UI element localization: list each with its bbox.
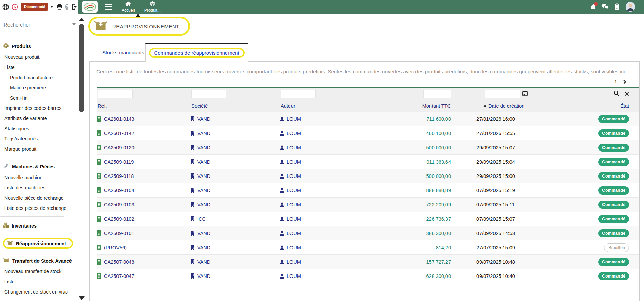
column-header-ref[interactable]: Réf.	[97, 103, 190, 109]
author-link[interactable]: LOUM	[287, 145, 301, 150]
table-row[interactable]: CA2507-0048 VAND LOUM	[97, 254, 639, 269]
brand-logo[interactable]	[82, 1, 98, 13]
hamburger-menu-icon[interactable]	[105, 4, 112, 10]
author-link[interactable]: LOUM	[287, 273, 301, 279]
sidebar-section-reappro[interactable]: Réapprovisionnement	[0, 238, 77, 249]
search-dropdown-caret-icon[interactable]	[72, 23, 76, 26]
company-link[interactable]: VAND	[197, 159, 210, 165]
order-ref-link[interactable]: (PROV56)	[104, 245, 127, 250]
company-link[interactable]: VAND	[197, 145, 210, 150]
table-row[interactable]: CA2507-0047 VAND LOUM	[97, 269, 639, 283]
table-row[interactable]: CA2509-0104 VAND LOUM	[97, 183, 639, 197]
sidebar-item[interactable]: Tags/catégories	[0, 134, 77, 144]
sidebar-item[interactable]: Liste	[0, 62, 77, 72]
tab-stocks-manquants[interactable]: Stocks manquants	[93, 44, 153, 62]
sidebar-item[interactable]: Attributs de variante	[0, 113, 77, 123]
company-link[interactable]: VAND	[197, 245, 210, 250]
sidebar-item[interactable]: Liste des machines	[0, 183, 77, 193]
sidebar-item[interactable]: Nouveau produit	[0, 52, 77, 62]
sidebar-item[interactable]: Liste	[0, 277, 77, 287]
sidebar-item[interactable]: Nouveau transfert de stock	[0, 266, 77, 277]
company-link[interactable]: VAND	[197, 131, 210, 136]
order-ref-link[interactable]: CA2507-0047	[104, 273, 135, 279]
sidebar-section-inventaires[interactable]: Inventaires	[0, 220, 77, 232]
author-link[interactable]: LOUM	[287, 131, 301, 136]
sidebar-section-transfert[interactable]: Transfert de Stock Avancé	[0, 255, 77, 266]
column-header-status[interactable]: État	[532, 103, 639, 109]
author-link[interactable]: LOUM	[287, 188, 301, 193]
globe-icon[interactable]	[2, 3, 9, 10]
filter-ref-input[interactable]	[98, 90, 133, 98]
order-ref-link[interactable]: CA2509-0104	[104, 188, 135, 193]
table-row[interactable]: CA2601-0143 VAND LOUM	[97, 112, 639, 126]
order-ref-link[interactable]: CA2509-0102	[104, 216, 135, 222]
author-link[interactable]: LOUM	[287, 173, 301, 179]
author-link[interactable]: LOUM	[287, 116, 301, 122]
chevron-down-icon[interactable]	[50, 6, 53, 8]
filter-author-input[interactable]	[281, 90, 316, 98]
sidebar-item[interactable]: Liste des pièces de rechange	[0, 203, 77, 213]
sidebar-item[interactable]: Marque produit	[0, 144, 77, 154]
sidebar-item[interactable]: Matière première	[0, 83, 77, 93]
connection-status-badge[interactable]: Déconnecté	[21, 3, 48, 11]
notifications-bell-icon[interactable]	[590, 3, 597, 10]
author-link[interactable]: LOUM	[287, 159, 301, 165]
page-number[interactable]: 1	[614, 79, 617, 84]
sidebar-section-produits[interactable]: Produits	[0, 40, 77, 52]
clear-filters-icon[interactable]	[625, 91, 629, 97]
table-row[interactable]: CA2509-0120 VAND LOUM	[97, 140, 639, 154]
table-row[interactable]: CA2509-0103 VAND LOUM	[97, 197, 639, 212]
table-row[interactable]: (PROV56) VAND LOUM	[97, 240, 639, 254]
table-row[interactable]: CA2509-0102 ICC LOUM	[97, 212, 639, 226]
company-link[interactable]: VAND	[197, 231, 210, 236]
filter-amount-input[interactable]	[423, 90, 451, 98]
order-ref-link[interactable]: CA2507-0048	[104, 259, 135, 265]
next-page-icon[interactable]	[622, 80, 626, 84]
whatsapp-icon[interactable]	[12, 3, 18, 10]
logout-icon[interactable]	[71, 3, 78, 10]
clipboard-icon[interactable]	[614, 3, 621, 10]
author-link[interactable]: LOUM	[287, 231, 301, 236]
author-link[interactable]: LOUM	[287, 216, 301, 222]
scroll-up-arrow-icon[interactable]	[79, 18, 85, 21]
sidebar-section-machines[interactable]: Machines & Piéces	[0, 161, 77, 172]
company-link[interactable]: VAND	[197, 259, 210, 265]
sidebar-item[interactable]: Changement de stock en vrac	[0, 287, 77, 297]
author-link[interactable]: LOUM	[287, 202, 301, 207]
printer-icon[interactable]	[56, 3, 63, 10]
search-icon[interactable]	[614, 90, 619, 98]
nav-item-accueil[interactable]: Accueil	[122, 0, 135, 14]
sidebar-item[interactable]: Produit manufacturé	[0, 72, 77, 83]
sidebar-item[interactable]: Semi-fini	[0, 93, 77, 103]
help-icon[interactable]: ?	[65, 4, 68, 10]
column-header-date[interactable]: Date de création	[452, 103, 532, 109]
table-row[interactable]: CA2601-0142 VAND LOUM	[97, 126, 639, 140]
company-link[interactable]: VAND	[197, 188, 210, 193]
scrollbar-thumb[interactable]	[79, 24, 84, 112]
sidebar-item[interactable]: Statistiques	[0, 123, 77, 134]
sidebar-item[interactable]: Nouvelle machine	[0, 172, 77, 183]
company-link[interactable]: ICC	[197, 216, 206, 222]
column-header-company[interactable]: Société	[190, 103, 280, 109]
sidebar-search[interactable]	[3, 19, 74, 30]
column-header-author[interactable]: Auteur	[280, 103, 368, 109]
company-link[interactable]: VAND	[197, 173, 210, 179]
company-link[interactable]: VAND	[197, 116, 210, 122]
table-row[interactable]: CA2509-0118 VAND LOUM	[97, 169, 639, 183]
scroll-down-arrow-icon[interactable]	[79, 296, 85, 300]
search-input[interactable]	[3, 21, 72, 28]
company-link[interactable]: VAND	[197, 202, 210, 207]
order-ref-link[interactable]: CA2509-0120	[104, 145, 135, 150]
filter-company-input[interactable]	[191, 90, 226, 98]
user-avatar[interactable]	[626, 2, 635, 12]
calendar-icon[interactable]	[522, 91, 528, 97]
sidebar-item[interactable]: Imprimer des codes-barres	[0, 103, 77, 113]
filter-date-input[interactable]	[485, 90, 520, 98]
order-ref-link[interactable]: CA2509-0119	[104, 159, 134, 165]
table-row[interactable]: CA2509-0101 VAND LOUM	[97, 226, 639, 240]
order-ref-link[interactable]: CA2601-0142	[104, 131, 135, 136]
company-link[interactable]: VAND	[197, 273, 210, 279]
column-header-amount[interactable]: Montant TTC	[368, 103, 452, 109]
order-ref-link[interactable]: CA2509-0101	[104, 231, 135, 236]
author-link[interactable]: LOUM	[287, 259, 301, 265]
